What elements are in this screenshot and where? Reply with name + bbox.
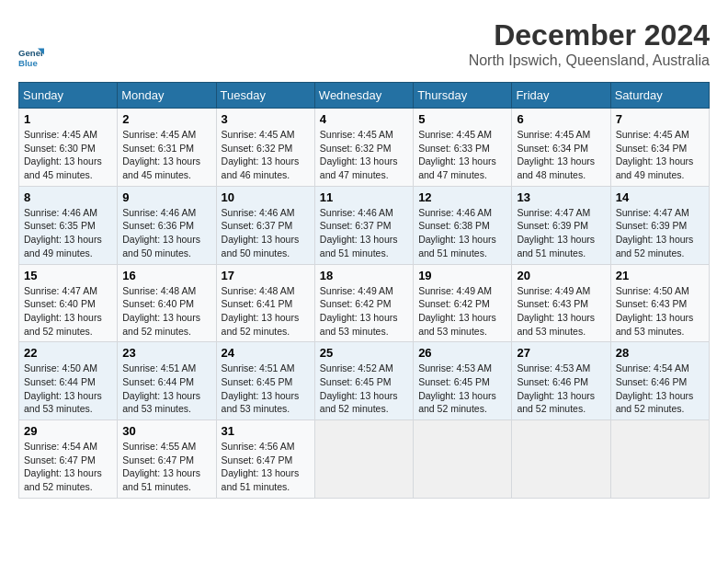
day-number: 26 (418, 346, 506, 360)
day-info: Sunrise: 4:45 AM Sunset: 6:34 PM Dayligh… (616, 129, 694, 180)
day-number: 21 (616, 269, 704, 282)
calendar-week-row: 15 Sunrise: 4:47 AM Sunset: 6:40 PM Dayl… (19, 264, 710, 342)
calendar-cell: 15 Sunrise: 4:47 AM Sunset: 6:40 PM Dayl… (19, 264, 118, 342)
day-number: 14 (616, 190, 704, 204)
calendar-cell: 19 Sunrise: 4:49 AM Sunset: 6:42 PM Dayl… (414, 264, 512, 342)
calendar-cell (610, 420, 709, 499)
day-info: Sunrise: 4:45 AM Sunset: 6:32 PM Dayligh… (222, 129, 300, 180)
calendar-week-row: 1 Sunrise: 4:45 AM Sunset: 6:30 PM Dayli… (19, 109, 710, 187)
day-number: 17 (222, 269, 310, 282)
calendar-week-row: 22 Sunrise: 4:50 AM Sunset: 6:44 PM Dayl… (19, 342, 710, 420)
day-info: Sunrise: 4:45 AM Sunset: 6:32 PM Dayligh… (320, 129, 398, 180)
day-info: Sunrise: 4:47 AM Sunset: 6:40 PM Dayligh… (24, 285, 102, 337)
calendar-cell: 26 Sunrise: 4:53 AM Sunset: 6:45 PM Dayl… (414, 342, 512, 420)
day-info: Sunrise: 4:46 AM Sunset: 6:38 PM Dayligh… (418, 207, 496, 259)
calendar-cell: 25 Sunrise: 4:52 AM Sunset: 6:45 PM Dayl… (314, 342, 413, 420)
day-number: 7 (616, 112, 704, 126)
calendar-cell: 28 Sunrise: 4:54 AM Sunset: 6:46 PM Dayl… (610, 342, 709, 420)
calendar-week-row: 8 Sunrise: 4:46 AM Sunset: 6:35 PM Dayli… (19, 186, 710, 264)
header-day-wednesday: Wednesday (314, 83, 413, 109)
day-info: Sunrise: 4:50 AM Sunset: 6:44 PM Dayligh… (24, 362, 102, 414)
header-day-friday: Friday (512, 83, 610, 109)
calendar-cell: 5 Sunrise: 4:45 AM Sunset: 6:33 PM Dayli… (414, 109, 512, 187)
day-number: 12 (418, 190, 506, 204)
calendar-cell: 6 Sunrise: 4:45 AM Sunset: 6:34 PM Dayli… (512, 109, 610, 187)
day-info: Sunrise: 4:53 AM Sunset: 6:45 PM Dayligh… (418, 362, 496, 414)
calendar-cell: 24 Sunrise: 4:51 AM Sunset: 6:45 PM Dayl… (216, 342, 314, 420)
calendar-cell: 2 Sunrise: 4:45 AM Sunset: 6:31 PM Dayli… (118, 109, 216, 187)
day-number: 30 (122, 424, 210, 438)
day-info: Sunrise: 4:48 AM Sunset: 6:40 PM Dayligh… (122, 285, 200, 337)
day-info: Sunrise: 4:47 AM Sunset: 6:39 PM Dayligh… (517, 207, 595, 259)
day-info: Sunrise: 4:46 AM Sunset: 6:36 PM Dayligh… (122, 207, 200, 259)
day-info: Sunrise: 4:45 AM Sunset: 6:33 PM Dayligh… (418, 129, 496, 180)
calendar-cell: 10 Sunrise: 4:46 AM Sunset: 6:37 PM Dayl… (216, 186, 314, 264)
header-day-sunday: Sunday (19, 83, 118, 109)
day-number: 19 (418, 269, 506, 282)
calendar-cell: 13 Sunrise: 4:47 AM Sunset: 6:39 PM Dayl… (512, 186, 610, 264)
day-number: 13 (517, 190, 605, 204)
day-info: Sunrise: 4:47 AM Sunset: 6:39 PM Dayligh… (616, 207, 694, 259)
header-day-saturday: Saturday (610, 83, 709, 109)
day-info: Sunrise: 4:49 AM Sunset: 6:42 PM Dayligh… (320, 285, 398, 337)
day-info: Sunrise: 4:46 AM Sunset: 6:37 PM Dayligh… (222, 207, 300, 259)
calendar-week-row: 29 Sunrise: 4:54 AM Sunset: 6:47 PM Dayl… (19, 420, 710, 499)
day-number: 8 (24, 190, 112, 204)
calendar-cell: 4 Sunrise: 4:45 AM Sunset: 6:32 PM Dayli… (314, 109, 413, 187)
calendar-cell: 18 Sunrise: 4:49 AM Sunset: 6:42 PM Dayl… (314, 264, 413, 342)
day-info: Sunrise: 4:49 AM Sunset: 6:43 PM Dayligh… (517, 285, 595, 337)
day-number: 10 (222, 190, 310, 204)
day-number: 6 (517, 112, 605, 126)
calendar-cell: 17 Sunrise: 4:48 AM Sunset: 6:41 PM Dayl… (216, 264, 314, 342)
title-section: December 2024 North Ipswich, Queensland,… (469, 18, 710, 69)
day-number: 31 (222, 424, 310, 438)
svg-text:Blue: Blue (18, 58, 38, 68)
day-info: Sunrise: 4:45 AM Sunset: 6:30 PM Dayligh… (24, 129, 102, 180)
day-info: Sunrise: 4:51 AM Sunset: 6:44 PM Dayligh… (122, 362, 200, 414)
day-number: 29 (24, 424, 112, 438)
day-number: 23 (122, 346, 210, 360)
day-info: Sunrise: 4:46 AM Sunset: 6:35 PM Dayligh… (24, 207, 102, 259)
day-number: 20 (517, 269, 605, 282)
calendar-cell: 23 Sunrise: 4:51 AM Sunset: 6:44 PM Dayl… (118, 342, 216, 420)
day-info: Sunrise: 4:50 AM Sunset: 6:43 PM Dayligh… (616, 285, 694, 337)
month-title: December 2024 (469, 18, 710, 52)
calendar-table: SundayMondayTuesdayWednesdayThursdayFrid… (18, 82, 710, 499)
day-number: 16 (122, 269, 210, 282)
day-number: 22 (24, 346, 112, 360)
calendar-cell: 29 Sunrise: 4:54 AM Sunset: 6:47 PM Dayl… (19, 420, 118, 499)
day-info: Sunrise: 4:46 AM Sunset: 6:37 PM Dayligh… (320, 207, 398, 259)
calendar-cell: 16 Sunrise: 4:48 AM Sunset: 6:40 PM Dayl… (118, 264, 216, 342)
day-number: 15 (24, 269, 112, 282)
header-day-monday: Monday (118, 83, 216, 109)
calendar-cell: 27 Sunrise: 4:53 AM Sunset: 6:46 PM Dayl… (512, 342, 610, 420)
day-number: 9 (122, 190, 210, 204)
day-number: 24 (222, 346, 310, 360)
day-info: Sunrise: 4:54 AM Sunset: 6:46 PM Dayligh… (616, 362, 694, 414)
general-blue-logo-icon: General Blue (18, 45, 44, 71)
header-day-tuesday: Tuesday (216, 83, 314, 109)
day-info: Sunrise: 4:53 AM Sunset: 6:46 PM Dayligh… (517, 362, 595, 414)
day-info: Sunrise: 4:55 AM Sunset: 6:47 PM Dayligh… (122, 441, 200, 492)
day-info: Sunrise: 4:45 AM Sunset: 6:34 PM Dayligh… (517, 129, 595, 180)
day-info: Sunrise: 4:45 AM Sunset: 6:31 PM Dayligh… (122, 129, 200, 180)
calendar-cell: 8 Sunrise: 4:46 AM Sunset: 6:35 PM Dayli… (19, 186, 118, 264)
calendar-cell: 3 Sunrise: 4:45 AM Sunset: 6:32 PM Dayli… (216, 109, 314, 187)
header-day-thursday: Thursday (414, 83, 512, 109)
day-info: Sunrise: 4:56 AM Sunset: 6:47 PM Dayligh… (222, 441, 300, 492)
day-number: 3 (222, 112, 310, 126)
logo: General Blue (18, 45, 48, 71)
calendar-cell: 14 Sunrise: 4:47 AM Sunset: 6:39 PM Dayl… (610, 186, 709, 264)
calendar-cell: 21 Sunrise: 4:50 AM Sunset: 6:43 PM Dayl… (610, 264, 709, 342)
day-number: 4 (320, 112, 408, 126)
day-number: 2 (122, 112, 210, 126)
day-number: 25 (320, 346, 408, 360)
calendar-cell: 1 Sunrise: 4:45 AM Sunset: 6:30 PM Dayli… (19, 109, 118, 187)
day-info: Sunrise: 4:52 AM Sunset: 6:45 PM Dayligh… (320, 362, 398, 414)
calendar-body: 1 Sunrise: 4:45 AM Sunset: 6:30 PM Dayli… (19, 109, 710, 499)
calendar-cell: 30 Sunrise: 4:55 AM Sunset: 6:47 PM Dayl… (118, 420, 216, 499)
calendar-cell: 22 Sunrise: 4:50 AM Sunset: 6:44 PM Dayl… (19, 342, 118, 420)
day-info: Sunrise: 4:49 AM Sunset: 6:42 PM Dayligh… (418, 285, 496, 337)
day-number: 5 (418, 112, 506, 126)
day-info: Sunrise: 4:48 AM Sunset: 6:41 PM Dayligh… (222, 285, 300, 337)
